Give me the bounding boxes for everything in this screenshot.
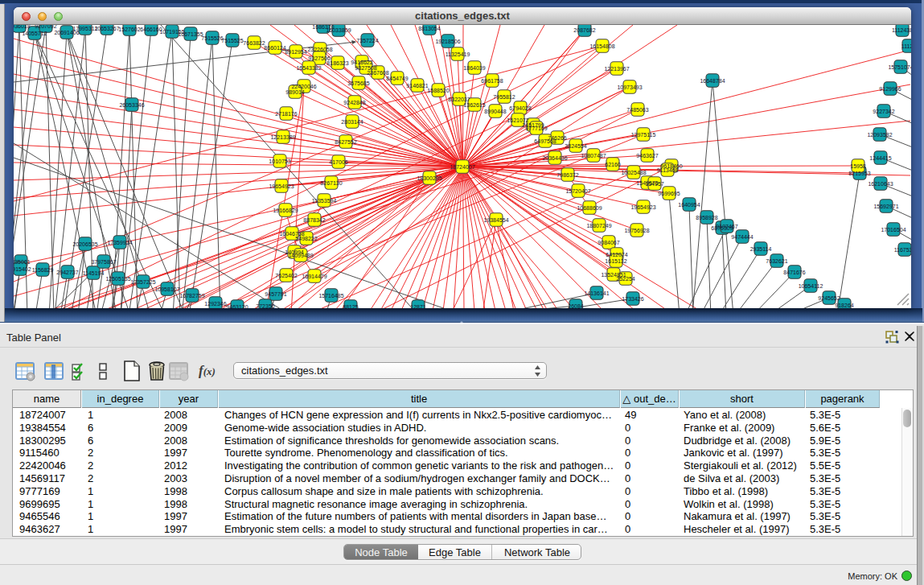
svg-text:16033809: 16033809 bbox=[326, 27, 351, 33]
svg-text:20206535: 20206535 bbox=[72, 241, 97, 247]
svg-text:20364436: 20364436 bbox=[542, 155, 567, 161]
svg-text:6412074: 6412074 bbox=[606, 252, 627, 257]
svg-text:9457791: 9457791 bbox=[265, 291, 286, 297]
svg-text:62160: 62160 bbox=[605, 162, 621, 167]
svg-text:6794028: 6794028 bbox=[509, 105, 531, 111]
svg-text:23226058: 23226058 bbox=[307, 47, 332, 52]
svg-text:772356: 772356 bbox=[256, 303, 274, 309]
svg-text:2087682: 2087682 bbox=[573, 27, 595, 33]
svg-text:19654923: 19654923 bbox=[630, 204, 655, 210]
svg-text:7357224: 7357224 bbox=[356, 38, 378, 43]
svg-text:19218506: 19218506 bbox=[435, 39, 460, 44]
svg-text:7485063: 7485063 bbox=[626, 107, 648, 113]
svg-text:15720407: 15720407 bbox=[565, 188, 590, 194]
svg-text:6961758: 6961758 bbox=[481, 78, 503, 84]
svg-text:8660124: 8660124 bbox=[264, 45, 285, 51]
svg-text:19384554: 19384554 bbox=[483, 217, 508, 223]
svg-text:9242848: 9242848 bbox=[343, 100, 365, 105]
svg-text:8813054: 8813054 bbox=[418, 26, 440, 31]
svg-text:8990448: 8990448 bbox=[484, 109, 506, 114]
svg-text:10688609: 10688609 bbox=[577, 205, 602, 211]
svg-text:9129966: 9129966 bbox=[879, 86, 901, 92]
svg-text:1244415: 1244415 bbox=[869, 155, 891, 161]
svg-text:10025488: 10025488 bbox=[621, 170, 646, 175]
svg-text:6497568: 6497568 bbox=[534, 138, 556, 144]
svg-text:1156829: 1156829 bbox=[32, 267, 54, 273]
svg-text:9146821: 9146821 bbox=[406, 83, 428, 89]
svg-text:9207092: 9207092 bbox=[35, 25, 56, 29]
svg-text:11124: 11124 bbox=[901, 43, 911, 49]
svg-text:417006: 417006 bbox=[329, 159, 347, 165]
svg-text:9474444: 9474444 bbox=[731, 234, 753, 240]
svg-text:16914479: 16914479 bbox=[302, 274, 326, 279]
svg-text:2803144: 2803144 bbox=[341, 119, 363, 125]
svg-text:1145194: 1145194 bbox=[83, 270, 105, 276]
svg-text:10653267: 10653267 bbox=[94, 26, 119, 31]
svg-text:12975115: 12975115 bbox=[631, 132, 656, 138]
svg-text:14055712: 14055712 bbox=[22, 31, 47, 36]
svg-text:37975867: 37975867 bbox=[91, 259, 116, 265]
svg-text:8427552: 8427552 bbox=[335, 139, 356, 145]
svg-text:2367608: 2367608 bbox=[367, 70, 388, 76]
svg-text:1010753: 1010753 bbox=[269, 159, 290, 164]
svg-text:3675685: 3675685 bbox=[347, 80, 369, 86]
svg-text:11353594: 11353594 bbox=[312, 198, 337, 204]
svg-text:18807249: 18807249 bbox=[586, 223, 611, 229]
svg-text:1588520: 1588520 bbox=[427, 88, 449, 93]
svg-text:1615132: 1615132 bbox=[605, 258, 626, 264]
svg-text:918264: 918264 bbox=[835, 303, 853, 308]
svg-text:9418622: 9418622 bbox=[351, 60, 372, 65]
svg-text:9463627: 9463627 bbox=[636, 153, 658, 159]
svg-text:15751074: 15751074 bbox=[888, 64, 911, 70]
svg-text:9197467: 9197467 bbox=[716, 224, 737, 229]
svg-text:9113468: 9113468 bbox=[657, 167, 679, 173]
svg-text:17359924: 17359924 bbox=[107, 240, 132, 245]
svg-text:8454749: 8454749 bbox=[386, 76, 408, 81]
svg-text:1292346: 1292346 bbox=[204, 301, 226, 307]
svg-text:7955812: 7955812 bbox=[493, 94, 515, 100]
svg-text:15958: 15958 bbox=[850, 163, 866, 169]
svg-text:10654112: 10654112 bbox=[799, 283, 823, 289]
svg-text:26053346: 26053346 bbox=[119, 102, 144, 108]
svg-text:7515525: 7515525 bbox=[221, 38, 243, 43]
svg-text:7986372: 7986372 bbox=[556, 172, 578, 178]
svg-text:12093582: 12093582 bbox=[867, 132, 892, 138]
svg-text:2942737: 2942737 bbox=[56, 270, 78, 275]
svg-text:2935114: 2935114 bbox=[750, 246, 772, 252]
svg-text:19166829: 19166829 bbox=[273, 208, 298, 213]
svg-text:12505135: 12505135 bbox=[105, 276, 130, 282]
svg-text:88125: 88125 bbox=[343, 304, 359, 309]
svg-text:19756928: 19756928 bbox=[624, 228, 649, 233]
svg-text:15692971: 15692971 bbox=[873, 204, 898, 209]
svg-text:12213967: 12213967 bbox=[604, 66, 629, 72]
svg-text:8471676: 8471676 bbox=[783, 270, 805, 275]
svg-text:10958107: 10958107 bbox=[154, 286, 179, 292]
svg-text:18300295: 18300295 bbox=[417, 175, 441, 181]
svg-text:12871: 12871 bbox=[410, 304, 426, 309]
svg-text:9699695: 9699695 bbox=[658, 191, 680, 196]
svg-text:9777169: 9777169 bbox=[525, 126, 547, 131]
svg-text:1112438: 1112438 bbox=[892, 27, 911, 33]
svg-text:8267130: 8267130 bbox=[320, 180, 342, 186]
svg-text:8912954: 8912954 bbox=[285, 49, 306, 55]
svg-text:11325419: 11325419 bbox=[446, 51, 470, 57]
svg-text:8322037: 8322037 bbox=[448, 97, 470, 102]
svg-text:1167534: 1167534 bbox=[894, 247, 911, 253]
svg-text:7515526: 7515526 bbox=[201, 35, 223, 41]
svg-text:12213389: 12213389 bbox=[270, 134, 295, 140]
svg-text:9084067: 9084067 bbox=[598, 240, 619, 245]
svg-text:1362615: 1362615 bbox=[463, 102, 485, 108]
svg-text:16543382: 16543382 bbox=[296, 65, 321, 71]
svg-text:16648784: 16648784 bbox=[700, 78, 725, 84]
svg-text:26084: 26084 bbox=[568, 303, 584, 309]
svg-text:3915402: 3915402 bbox=[14, 266, 31, 272]
svg-text:1527602: 1527602 bbox=[118, 27, 140, 32]
svg-text:1640954: 1640954 bbox=[678, 202, 700, 208]
svg-text:16782759: 16782759 bbox=[179, 293, 204, 299]
svg-text:3824554: 3824554 bbox=[565, 143, 586, 149]
svg-text:9227342: 9227342 bbox=[873, 109, 894, 114]
svg-text:8186323: 8186323 bbox=[326, 60, 348, 66]
svg-text:7663822: 7663822 bbox=[243, 40, 265, 46]
svg-text:7625402: 7625402 bbox=[275, 273, 297, 278]
svg-text:5498222: 5498222 bbox=[295, 236, 317, 241]
